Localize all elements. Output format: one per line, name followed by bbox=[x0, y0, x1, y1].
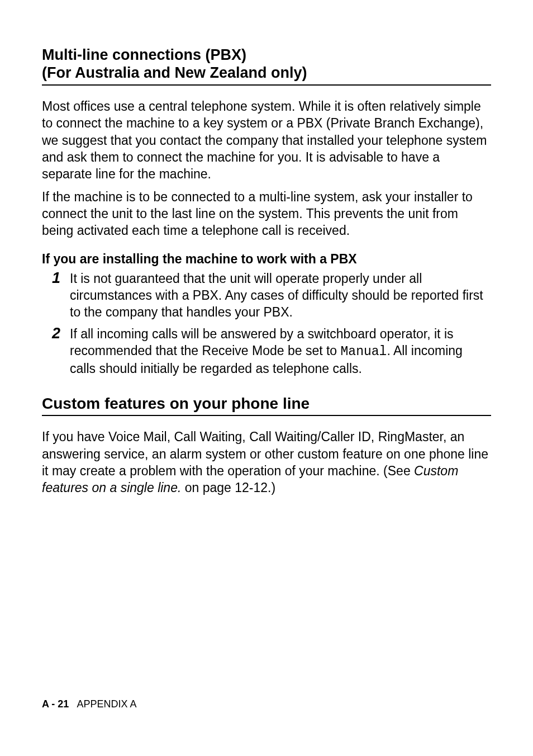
para3-part-b: on page 12-12.) bbox=[181, 480, 275, 495]
list-item: 1 It is not guaranteed that the unit wil… bbox=[42, 270, 491, 321]
appendix-label: APPENDIX A bbox=[77, 698, 136, 710]
page-number: A - 21 bbox=[42, 698, 69, 710]
paragraph-2: If the machine is to be connected to a m… bbox=[42, 188, 491, 239]
heading-line-1: Multi-line connections (PBX) bbox=[42, 46, 246, 63]
heading-line-2: (For Australia and New Zealand only) bbox=[42, 64, 307, 81]
page-footer: A - 21 APPENDIX A bbox=[42, 698, 136, 710]
section-heading-pbx: Multi-line connections (PBX) (For Austra… bbox=[42, 46, 491, 86]
list-number-2: 2 bbox=[52, 325, 70, 341]
list-number-1: 1 bbox=[52, 270, 70, 286]
paragraph-1: Most offices use a central telephone sys… bbox=[42, 98, 491, 183]
list-item: 2 If all incoming calls will be answered… bbox=[42, 325, 491, 377]
manual-mode-text: Manual bbox=[341, 344, 387, 359]
paragraph-3: If you have Voice Mail, Call Waiting, Ca… bbox=[42, 428, 491, 496]
list-text-1: It is not guaranteed that the unit will … bbox=[70, 270, 491, 321]
pbx-steps-list: 1 It is not guaranteed that the unit wil… bbox=[42, 270, 491, 377]
list-text-2: If all incoming calls will be answered b… bbox=[70, 325, 491, 377]
sub-heading-pbx-install: If you are installing the machine to wor… bbox=[42, 252, 491, 267]
section-heading-custom-features: Custom features on your phone line bbox=[42, 394, 491, 417]
